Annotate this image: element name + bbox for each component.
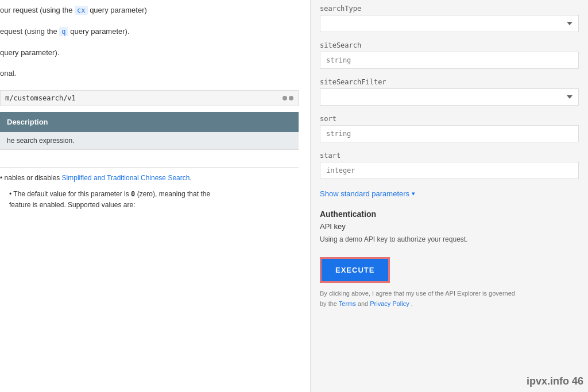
sitesearchfilter-select[interactable] [320,88,579,106]
auth-type: API key [320,222,579,231]
doc-text-1: our request (using the cx query paramete… [0,0,299,21]
start-input[interactable] [320,162,579,179]
q-code: q [59,27,68,36]
privacy-link[interactable]: Privacy Policy [370,300,409,307]
form-group-sitesearchfilter: siteSearchFilter [311,73,588,110]
auth-section: Authentication API key Using a demo API … [311,204,588,250]
auth-title: Authentication [320,209,579,219]
label-start: start [320,152,579,160]
simplified-link[interactable]: Simplified and Traditional Chinese Searc… [62,174,190,182]
sort-input[interactable] [320,125,579,142]
url-text: m/customsearch/v1 [5,94,76,102]
show-standard-params-link[interactable]: Show standard parameters ▾ [311,184,588,204]
form-group-sort: sort [311,110,588,147]
description-header: Description [0,112,299,132]
terms-by: by the [320,300,337,307]
doc-text-2: equest (using the q query parameter). [0,21,299,42]
form-group-searchtype: searchType [311,0,588,37]
default-val: 0 [131,190,135,198]
description-row-1: he search expression. [0,132,299,150]
terms-and: and [358,300,368,307]
execute-button[interactable]: EXECUTE [320,257,390,283]
url-bar: m/customsearch/v1 [0,90,299,106]
searchtype-select[interactable] [320,15,579,32]
description-table: Description he search expression. [0,112,299,168]
right-panel: searchType siteSearch siteSearchFilter s… [310,0,588,392]
bottom-text: • nables or disables Simplified and Trad… [0,168,299,188]
label-searchtype: searchType [320,5,579,13]
terms-line1: By clicking above, I agree that my use o… [320,290,515,297]
watermark: ipvx.info 46 [527,375,583,387]
execute-section: EXECUTE By clicking above, I agree that … [311,250,588,316]
terms-end: . [411,300,413,307]
show-params-label: Show standard parameters [320,189,409,198]
terms-link[interactable]: Terms [339,300,356,307]
chevron-down-icon: ▾ [412,190,415,197]
terms-text: By clicking above, I agree that my use o… [320,289,579,309]
sitesearch-input[interactable] [320,52,579,69]
label-sort: sort [320,115,579,123]
left-panel: our request (using the cx query paramete… [0,0,310,392]
auth-desc: Using a demo API key to authorize your r… [320,234,579,244]
dot-2 [289,96,293,100]
dots-icon [283,96,293,100]
form-group-sitesearch: siteSearch [311,37,588,73]
label-sitesearchfilter: siteSearchFilter [320,78,579,86]
doc-text-3: query parameter). [0,42,299,64]
label-sitesearch: siteSearch [320,41,579,49]
bullet-text: • The default value for this parameter i… [0,189,299,211]
doc-text-4: onal. [0,63,299,84]
form-group-start: start [311,147,588,184]
cx-code: cx [75,6,87,15]
description-row-2 [0,150,299,168]
dot-1 [283,96,287,100]
